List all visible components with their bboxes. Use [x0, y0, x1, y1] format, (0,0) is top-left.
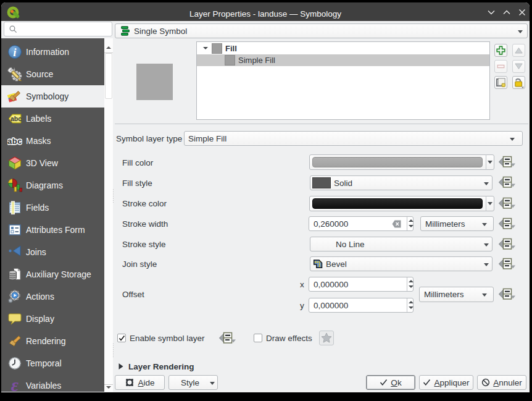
svg-text:abc: abc [10, 115, 22, 122]
svg-text:abc: abc [7, 137, 22, 146]
svg-text:ε: ε [11, 378, 19, 392]
svg-text:i: i [13, 46, 17, 59]
